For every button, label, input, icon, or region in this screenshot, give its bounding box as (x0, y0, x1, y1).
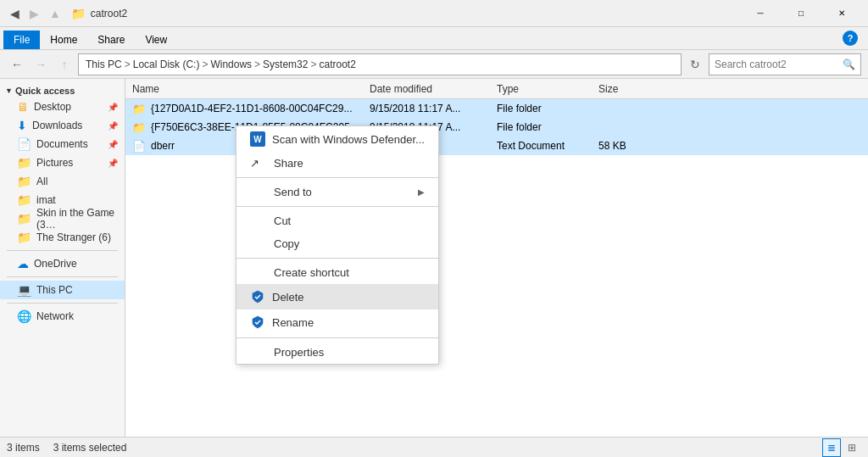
title-bar-nav-icons: ◀ ▶ ▲ (7, 5, 64, 22)
search-box[interactable]: 🔍 (709, 53, 861, 75)
pictures-icon: 📁 (17, 156, 31, 170)
view-buttons: ≣ ⊞ (822, 438, 861, 457)
search-icon: 🔍 (843, 59, 855, 70)
breadcrumb-localdisk[interactable]: Local Disk (C:) (133, 59, 200, 70)
view-details-button[interactable]: ≣ (822, 438, 841, 457)
all-icon: 📁 (17, 175, 31, 188)
col-header-size[interactable]: Size (592, 83, 659, 95)
sidebar-item-desktop-label: Desktop (34, 101, 71, 113)
ctx-sendto[interactable]: Send to ▶ (236, 181, 438, 203)
col-header-type[interactable]: Type (490, 83, 592, 95)
col-header-name[interactable]: Name (125, 83, 363, 95)
file-type-2: File folder (490, 121, 592, 133)
title-bar-up-icon[interactable]: ▲ (46, 5, 64, 22)
sidebar-item-network-label: Network (36, 310, 74, 322)
ctx-copy-label: Copy (274, 237, 299, 250)
ctx-share-label: Share (274, 157, 303, 170)
ctx-copy[interactable]: Copy (236, 232, 438, 255)
search-input[interactable] (715, 59, 843, 70)
sidebar-item-thispc-label: This PC (36, 284, 73, 296)
close-button[interactable]: ✕ (822, 0, 861, 27)
title-bar-folder-icon: 📁 (71, 7, 86, 20)
status-selected-count: 3 items selected (53, 442, 127, 454)
col-header-date[interactable]: Date modified (363, 83, 490, 95)
shield-delete-icon (250, 289, 265, 304)
sidebar-item-stranger[interactable]: 📁 The Stranger (6) (0, 228, 125, 247)
sidebar-item-pictures[interactable]: 📁 Pictures 📌 (0, 153, 125, 172)
quick-access-header[interactable]: ▼ Quick access (0, 82, 125, 98)
breadcrumb-thispc[interactable]: This PC (86, 59, 122, 70)
ctx-rename-label: Rename (272, 316, 314, 329)
ctx-shortcut[interactable]: Create shortcut (236, 261, 438, 284)
minimize-button[interactable]: ─ (741, 0, 780, 27)
divider-1 (7, 250, 118, 251)
tab-file[interactable]: File (3, 31, 40, 49)
onedrive-icon: ☁ (17, 257, 29, 270)
file-size-3: 58 KB (592, 140, 659, 152)
table-row[interactable]: 📁 {127D0A1D-4EF2-11D1-8608-00C04FC29... … (125, 99, 868, 118)
quick-access-label: Quick access (15, 86, 75, 96)
sidebar-item-downloads[interactable]: ⬇ Downloads 📌 (0, 116, 125, 135)
sidebar-item-stranger-label: The Stranger (6) (36, 231, 111, 243)
pin-icon-desktop: 📌 (108, 103, 118, 112)
help-button[interactable]: ? (843, 31, 858, 46)
breadcrumb-system32[interactable]: System32 (263, 59, 308, 70)
file-name-1: 📁 {127D0A1D-4EF2-11D1-8608-00C04FC29... (125, 103, 363, 115)
file-type-1: File folder (490, 103, 592, 114)
ctx-sendto-label: Send to (274, 186, 312, 198)
breadcrumb[interactable]: This PC > Local Disk (C:) > Windows > Sy… (78, 53, 682, 75)
shield-rename-icon (250, 315, 265, 330)
folder-icon-2: 📁 (132, 121, 146, 134)
tab-view[interactable]: View (135, 31, 177, 49)
sidebar: ▼ Quick access 🖥 Desktop 📌 ⬇ Downloads 📌… (0, 79, 125, 437)
title-bar-back-icon[interactable]: ◀ (7, 5, 23, 22)
imat-icon: 📁 (17, 193, 31, 207)
refresh-button[interactable]: ↻ (685, 54, 705, 75)
tab-share[interactable]: Share (87, 31, 135, 49)
ctx-scan[interactable]: W Scan with Windows Defender... (236, 126, 438, 152)
ctx-delete[interactable]: Delete (236, 284, 438, 309)
ribbon: File Home Share View ? (0, 27, 868, 50)
context-menu: W Scan with Windows Defender... ↗ Share … (236, 125, 439, 365)
ctx-cut[interactable]: Cut (236, 209, 438, 232)
sidebar-item-onedrive[interactable]: ☁ OneDrive (0, 254, 125, 273)
sidebar-item-all[interactable]: 📁 All (0, 172, 125, 191)
sidebar-item-skin[interactable]: 📁 Skin in the Game (3… (0, 209, 125, 228)
sidebar-item-all-label: All (36, 176, 47, 187)
ctx-properties[interactable]: Properties (236, 341, 438, 364)
ctx-properties-label: Properties (274, 346, 324, 359)
defender-icon: W (250, 131, 265, 147)
address-bar: ← → ↑ This PC > Local Disk (C:) > Window… (0, 50, 868, 79)
file-date-1: 9/15/2018 11:17 A... (363, 103, 490, 114)
sidebar-item-skin-label: Skin in the Game (3… (36, 207, 118, 231)
ctx-shortcut-label: Create shortcut (274, 266, 349, 279)
breadcrumb-catroot2[interactable]: catroot2 (319, 59, 355, 70)
ctx-rename[interactable]: Rename (236, 309, 438, 335)
desktop-icon: 🖥 (17, 100, 29, 114)
forward-button[interactable]: → (31, 54, 51, 75)
breadcrumb-windows[interactable]: Windows (210, 59, 252, 70)
tab-home[interactable]: Home (40, 31, 87, 49)
sidebar-item-desktop[interactable]: 🖥 Desktop 📌 (0, 98, 125, 116)
title-bar-title: catroot2 (91, 8, 127, 20)
view-large-button[interactable]: ⊞ (843, 438, 861, 457)
sidebar-item-documents[interactable]: 📄 Documents 📌 (0, 135, 125, 153)
sidebar-item-downloads-label: Downloads (32, 120, 82, 131)
ctx-share[interactable]: ↗ Share (236, 152, 438, 175)
up-button[interactable]: ↑ (54, 54, 75, 75)
network-icon: 🌐 (17, 309, 31, 323)
txt-icon-3: 📄 (132, 140, 146, 153)
sidebar-item-thispc[interactable]: 💻 This PC (0, 281, 125, 299)
sidebar-item-pictures-label: Pictures (36, 157, 73, 169)
file-list-header: Name Date modified Type Size (125, 79, 868, 99)
maximize-button[interactable]: □ (782, 0, 821, 27)
pin-icon-documents: 📌 (108, 140, 118, 149)
divider-2 (7, 276, 118, 277)
back-button[interactable]: ← (7, 54, 27, 75)
title-bar-forward-icon[interactable]: ▶ (26, 5, 42, 22)
downloads-icon: ⬇ (17, 119, 27, 132)
file-type-3: Text Document (490, 140, 592, 152)
ctx-delete-label: Delete (272, 291, 304, 304)
sidebar-item-network[interactable]: 🌐 Network (0, 307, 125, 326)
title-bar: ◀ ▶ ▲ 📁 catroot2 ─ □ ✕ (0, 0, 868, 27)
